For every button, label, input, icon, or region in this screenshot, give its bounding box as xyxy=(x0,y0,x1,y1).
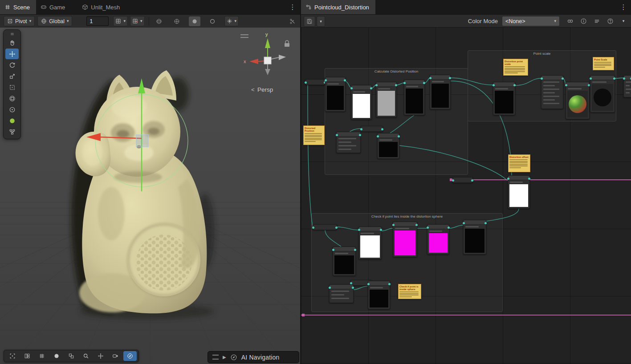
pivot-dropdown[interactable]: Pivot ▾ xyxy=(4,16,35,26)
scene-panel-menu-icon[interactable]: ⋮ xyxy=(288,0,297,14)
graph-node[interactable] xyxy=(368,281,390,309)
transform-tool[interactable] xyxy=(5,93,19,104)
shading-mode-button[interactable] xyxy=(171,16,183,26)
camera-button[interactable] xyxy=(109,351,122,361)
persp-label[interactable]: Persp xyxy=(257,86,273,93)
sticky-note[interactable]: Check if point is inside sphere xyxy=(398,284,421,299)
move-tool[interactable] xyxy=(5,49,19,59)
graph-node[interactable] xyxy=(566,82,590,119)
help-icon[interactable] xyxy=(605,16,615,26)
graph-node[interactable] xyxy=(452,177,473,183)
more-options-icon[interactable]: ▾ xyxy=(619,16,628,26)
play-icon[interactable]: ▶ xyxy=(223,355,226,360)
global-dropdown[interactable]: Global ▾ xyxy=(37,16,72,26)
shaded-sphere-button[interactable] xyxy=(153,16,165,26)
light-probe-tool[interactable] xyxy=(5,115,19,126)
graph-node[interactable] xyxy=(493,82,515,115)
grid-snap-dropdown[interactable]: ▾ xyxy=(113,16,128,26)
graph-node[interactable] xyxy=(336,132,361,153)
graph-edge[interactable] xyxy=(382,228,393,231)
node-header xyxy=(493,82,515,87)
graph-inspector-icon[interactable] xyxy=(578,16,588,26)
navigation-button[interactable] xyxy=(123,351,137,361)
graph-edge[interactable] xyxy=(354,286,368,290)
scene-visibility-button[interactable] xyxy=(287,16,298,26)
rect-tool[interactable] xyxy=(5,82,19,93)
graph-node[interactable] xyxy=(393,222,417,257)
tab-game[interactable]: Game xyxy=(36,0,71,14)
color-mode-dropdown[interactable]: <None> ▾ xyxy=(502,16,560,26)
graph-node[interactable] xyxy=(377,133,399,159)
palette-drag-handle[interactable] xyxy=(7,31,17,37)
graph-node[interactable] xyxy=(463,220,486,255)
graph-panel-menu-icon[interactable]: ⋮ xyxy=(619,0,628,14)
pivot-icon xyxy=(7,18,13,24)
lighting-toggle-button[interactable] xyxy=(189,16,200,26)
sticky-note[interactable]: Distorted Position xyxy=(303,125,325,145)
search-button[interactable] xyxy=(79,351,93,361)
node-header xyxy=(337,132,360,137)
graph-edge[interactable] xyxy=(308,85,313,227)
tab-pointcloud-distortion[interactable]: Pointcloud_Distortion xyxy=(301,0,375,14)
main-preview-icon[interactable] xyxy=(565,16,575,26)
graph-node[interactable] xyxy=(623,75,631,97)
graph-node[interactable] xyxy=(427,224,449,255)
sticky-note[interactable]: Distortion offset xyxy=(508,154,530,172)
graph-node[interactable] xyxy=(358,226,382,259)
graph-node[interactable] xyxy=(541,75,563,109)
voxel-display-button[interactable] xyxy=(65,351,78,361)
ai-navigation-overlay[interactable]: ▶ AI Navigation xyxy=(208,351,299,363)
graph-edge[interactable] xyxy=(399,146,508,181)
save-button[interactable] xyxy=(304,16,315,27)
grid-size-input[interactable] xyxy=(86,16,109,26)
sticky-note[interactable]: Distortion point scale xyxy=(503,59,528,76)
graph-node[interactable] xyxy=(351,85,372,120)
drag-handle-icon[interactable] xyxy=(212,355,219,360)
graph-area[interactable]: Calculate Distorted PositionPoint scaleC… xyxy=(301,27,631,364)
tab-unlit-mesh[interactable]: Unlit_Mesh xyxy=(77,0,126,14)
custom-editor-tool[interactable] xyxy=(5,104,19,115)
blackboard-icon[interactable] xyxy=(592,16,602,26)
effects-dropdown[interactable]: ▾ xyxy=(224,16,239,26)
scale-tool[interactable] xyxy=(5,71,19,81)
node-preview xyxy=(327,86,344,110)
graph-edge[interactable] xyxy=(325,230,341,247)
graph-node[interactable] xyxy=(333,247,356,276)
increment-snap-dropdown[interactable]: ▾ xyxy=(130,16,145,26)
graph-node[interactable] xyxy=(508,175,530,209)
graph-edge[interactable] xyxy=(337,227,358,230)
sticky-note[interactable]: Point Scale xyxy=(593,57,614,70)
save-dropdown[interactable]: ▾ xyxy=(317,16,325,27)
graph-node[interactable] xyxy=(325,77,346,112)
grid-visibility-button[interactable] xyxy=(35,351,49,361)
graph-node[interactable] xyxy=(590,75,615,113)
graph-edge[interactable] xyxy=(390,115,414,133)
graph-node[interactable] xyxy=(313,224,337,230)
graph-node[interactable] xyxy=(430,75,451,109)
frame-selected-button[interactable] xyxy=(6,351,19,361)
move-overlay-button[interactable] xyxy=(94,351,107,361)
tab-scene[interactable]: Scene xyxy=(0,0,36,14)
graph-node[interactable] xyxy=(376,82,397,117)
scene-viewport[interactable]: y x < Persp xyxy=(0,28,300,364)
graph-edge[interactable] xyxy=(615,78,623,78)
tab-label: Scene xyxy=(13,4,30,11)
rotate-tool[interactable] xyxy=(5,60,19,70)
move-icon xyxy=(98,353,104,359)
graph-edge[interactable] xyxy=(449,225,463,228)
chevron-down-icon: ▾ xyxy=(29,19,32,23)
graph-edge[interactable] xyxy=(515,78,541,85)
graph-node[interactable] xyxy=(404,80,425,115)
node-preview xyxy=(429,233,448,253)
sphere-display-button[interactable] xyxy=(50,351,63,361)
graph-node[interactable] xyxy=(361,126,383,132)
graph-node[interactable] xyxy=(305,79,326,85)
graph-tool[interactable] xyxy=(5,126,19,137)
port-marker[interactable] xyxy=(302,314,305,316)
audio-toggle-button[interactable] xyxy=(207,16,218,26)
hand-tool[interactable] xyxy=(5,37,19,48)
layout-button[interactable] xyxy=(20,351,34,361)
graph-edge[interactable] xyxy=(486,209,519,221)
node-header xyxy=(590,76,615,80)
graph-node[interactable] xyxy=(329,284,354,303)
